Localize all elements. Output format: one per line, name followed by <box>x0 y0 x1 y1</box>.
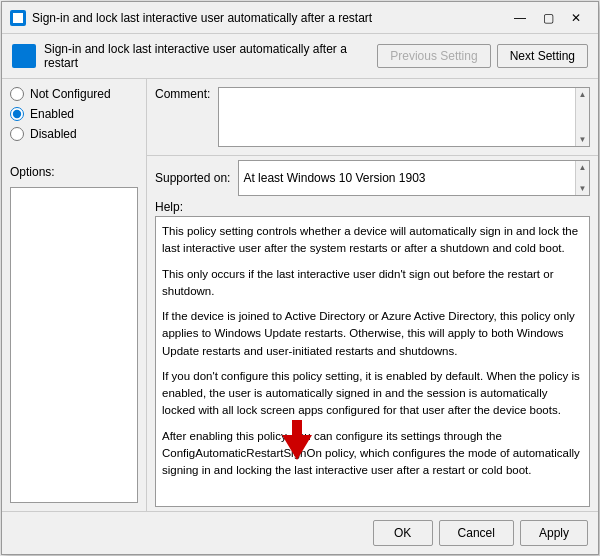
next-setting-button[interactable]: Next Setting <box>497 44 588 68</box>
disabled-label: Disabled <box>30 127 77 141</box>
help-label: Help: <box>155 200 183 214</box>
supported-scroll-down[interactable]: ▼ <box>579 184 587 193</box>
title-controls: — ▢ ✕ <box>506 4 590 32</box>
enabled-label: Enabled <box>30 107 74 121</box>
help-para-4: If you don't configure this policy setti… <box>162 368 583 420</box>
supported-scroll-up[interactable]: ▲ <box>579 163 587 172</box>
right-panel: Comment: ▲ ▼ Supported on: At least Wind… <box>147 79 598 511</box>
cancel-button[interactable]: Cancel <box>439 520 514 546</box>
previous-setting-button[interactable]: Previous Setting <box>377 44 490 68</box>
radio-group: Not Configured Enabled Disabled <box>10 87 138 141</box>
svg-rect-0 <box>13 13 23 23</box>
help-para-2: This only occurs if the last interactive… <box>162 266 583 301</box>
not-configured-radio[interactable] <box>10 87 24 101</box>
comment-box[interactable]: ▲ ▼ <box>218 87 590 147</box>
left-panel: Not Configured Enabled Disabled Options: <box>2 79 147 511</box>
help-para-1: This policy setting controls whether a d… <box>162 223 583 258</box>
header-left: Sign-in and lock last interactive user a… <box>12 42 377 70</box>
supported-on-row: Supported on: At least Windows 10 Versio… <box>147 155 598 200</box>
help-box[interactable]: This policy setting controls whether a d… <box>155 216 590 507</box>
comment-label: Comment: <box>155 87 210 143</box>
scroll-down-icon[interactable]: ▼ <box>577 133 589 146</box>
main-window: Sign-in and lock last interactive user a… <box>1 1 599 555</box>
comment-scrollbar[interactable]: ▲ ▼ <box>575 88 589 146</box>
maximize-button[interactable]: ▢ <box>534 4 562 32</box>
options-label: Options: <box>10 165 138 179</box>
header-row: Sign-in and lock last interactive user a… <box>2 34 598 79</box>
window-icon <box>10 10 26 26</box>
close-button[interactable]: ✕ <box>562 4 590 32</box>
comment-section: Comment: ▲ ▼ <box>147 79 598 155</box>
content-area: Not Configured Enabled Disabled Options:… <box>2 79 598 511</box>
help-para-5: After enabling this policy, you can conf… <box>162 428 583 480</box>
minimize-button[interactable]: — <box>506 4 534 32</box>
header-title: Sign-in and lock last interactive user a… <box>44 42 377 70</box>
supported-on-box: At least Windows 10 Version 1903 ▲ ▼ <box>238 160 590 196</box>
apply-button[interactable]: Apply <box>520 520 588 546</box>
not-configured-option[interactable]: Not Configured <box>10 87 138 101</box>
help-label-row: Help: <box>147 200 598 214</box>
scroll-up-icon[interactable]: ▲ <box>577 88 589 101</box>
supported-scrollbar[interactable]: ▲ ▼ <box>575 161 589 195</box>
enabled-option[interactable]: Enabled <box>10 107 138 121</box>
supported-on-value: At least Windows 10 Version 1903 <box>243 171 425 185</box>
window-title: Sign-in and lock last interactive user a… <box>32 11 372 25</box>
not-configured-label: Not Configured <box>30 87 111 101</box>
supported-on-label: Supported on: <box>155 171 230 185</box>
options-box <box>10 187 138 503</box>
disabled-option[interactable]: Disabled <box>10 127 138 141</box>
policy-icon <box>12 44 36 68</box>
footer: OK Cancel Apply <box>2 511 598 554</box>
header-buttons: Previous Setting Next Setting <box>377 44 588 68</box>
title-bar: Sign-in and lock last interactive user a… <box>2 2 598 34</box>
help-area: This policy setting controls whether a d… <box>147 216 598 511</box>
help-para-3: If the device is joined to Active Direct… <box>162 308 583 360</box>
ok-button[interactable]: OK <box>373 520 433 546</box>
enabled-radio[interactable] <box>10 107 24 121</box>
disabled-radio[interactable] <box>10 127 24 141</box>
